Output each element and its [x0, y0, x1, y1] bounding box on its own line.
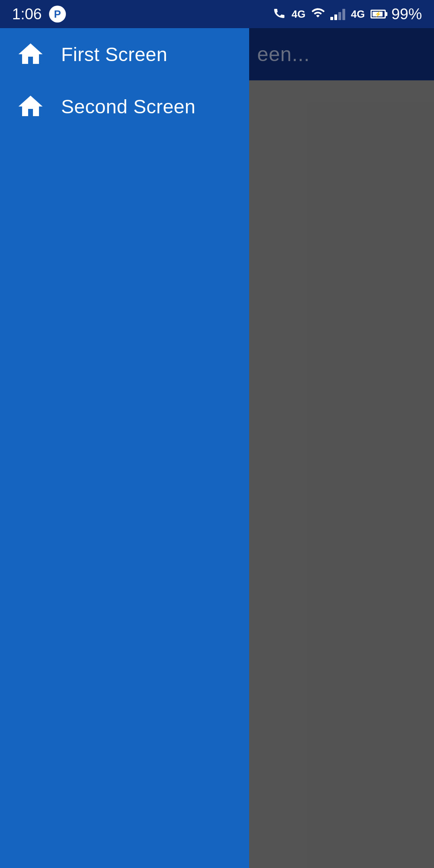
status-bar-right: 4G 4G ⚡ 99%: [272, 6, 422, 23]
home-icon-second: [16, 92, 45, 121]
battery-icon: ⚡: [371, 10, 386, 18]
phone-signal-icon: [272, 6, 286, 23]
second-screen-label: Second Screen: [61, 96, 196, 118]
first-screen-label: First Screen: [61, 43, 168, 66]
status-time: 1:06: [12, 6, 42, 23]
status-bar: 1:06 P 4G 4G ⚡: [0, 0, 434, 28]
signal-strength-icon: [330, 8, 345, 20]
drawer-item-second-screen[interactable]: Second Screen: [0, 80, 249, 133]
drawer-item-first-screen[interactable]: First Screen: [0, 28, 249, 80]
status-bar-left: 1:06 P: [12, 6, 66, 23]
parking-icon: P: [49, 6, 66, 23]
home-icon-first: [16, 40, 45, 69]
drawer-scrim[interactable]: [249, 28, 434, 868]
nav-drawer: First Screen Second Screen: [0, 28, 249, 868]
wifi-icon: [311, 6, 325, 23]
battery-percent: 99%: [391, 6, 422, 23]
network-4g-2-icon: 4G: [351, 8, 365, 20]
network-4g-1-icon: 4G: [292, 8, 306, 20]
